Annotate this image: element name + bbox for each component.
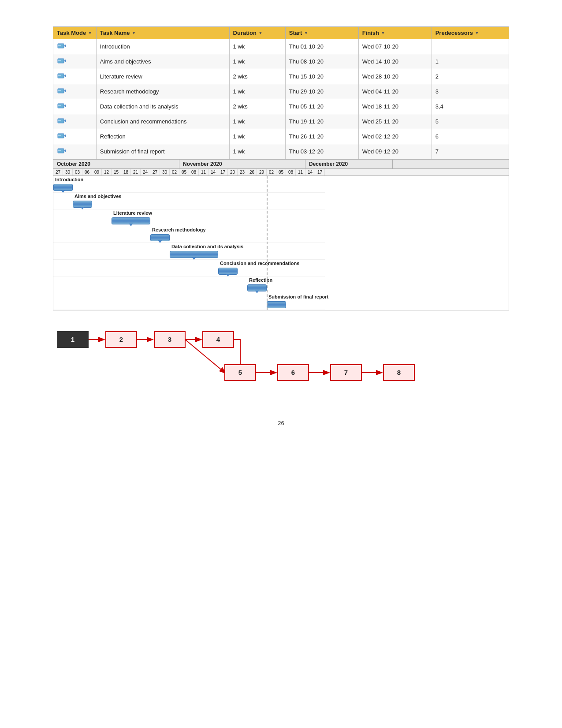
task-pred-cell: 6 — [432, 129, 509, 144]
task-mode-cell — [53, 144, 97, 159]
col-header-start[interactable]: Start ▼ — [285, 27, 358, 39]
task-name-cell: Aims and objectives — [96, 54, 229, 69]
task-pred-cell: 3 — [432, 84, 509, 99]
svg-rect-23 — [58, 150, 61, 151]
table-row: Data collection and its analysis2 wksThu… — [53, 99, 509, 114]
svg-marker-10 — [64, 90, 66, 92]
task-name-cell: Research methodology — [96, 84, 229, 99]
network-node-label: 4 — [216, 336, 220, 343]
task-mode-cell — [53, 84, 97, 99]
gantt-chart: October 2020November 2020December 202027… — [53, 159, 509, 310]
gantt-date-cell: 21 — [131, 169, 141, 175]
gantt-month-label: October 2020 — [53, 160, 179, 168]
svg-marker-1 — [64, 45, 66, 47]
task-start-cell: Thu 15-10-20 — [285, 69, 358, 84]
task-name-cell: Introduction — [96, 39, 229, 54]
gantt-bar-row: Aims and objectives — [53, 193, 325, 209]
col-header-task-name[interactable]: Task Name ▼ — [96, 27, 229, 39]
task-pred-cell — [432, 39, 509, 54]
gantt-bar-label: Submission of final report — [268, 294, 328, 299]
task-mode-cell — [53, 54, 97, 69]
task-start-cell: Thu 08-10-20 — [285, 54, 358, 69]
gantt-date-cell: 27 — [150, 169, 160, 175]
task-duration-cell: 1 wk — [229, 129, 285, 144]
gantt-bar-label: Literature review — [113, 210, 152, 216]
col-header-duration[interactable]: Duration ▼ — [229, 27, 285, 39]
task-mode-icon — [57, 72, 67, 80]
task-pred-cell: 5 — [432, 114, 509, 129]
svg-rect-5 — [58, 60, 61, 61]
gantt-bar-row: Data collection and its analysis — [53, 243, 325, 260]
task-pred-cell: 2 — [432, 69, 509, 84]
task-finish-cell: Wed 25-11-20 — [358, 114, 432, 129]
gantt-bar-row: Conclusion and recommendations — [53, 260, 325, 276]
gantt-date-cell: 11 — [199, 169, 208, 175]
task-mode-cell — [53, 39, 97, 54]
table-row: Introduction1 wkThu 01-10-20Wed 07-10-20 — [53, 39, 509, 54]
task-duration-cell: 1 wk — [229, 39, 285, 54]
gantt-date-cell: 30 — [63, 169, 73, 175]
task-finish-cell: Wed 04-11-20 — [358, 84, 432, 99]
svg-marker-19 — [64, 134, 66, 137]
gantt-date-cell: 24 — [141, 169, 150, 175]
gantt-date-cell: 05 — [179, 169, 189, 175]
task-start-cell: Thu 29-10-20 — [285, 84, 358, 99]
sort-arrow-start: ▼ — [304, 30, 308, 35]
svg-rect-17 — [58, 120, 61, 121]
gantt-date-cell: 06 — [82, 169, 92, 175]
network-node-label: 6 — [291, 369, 295, 376]
task-start-cell: Thu 01-10-20 — [285, 39, 358, 54]
network-node-label: 2 — [119, 336, 123, 343]
svg-marker-13 — [64, 105, 66, 107]
task-mode-icon — [57, 57, 67, 65]
task-finish-cell: Wed 18-11-20 — [358, 99, 432, 114]
table-row: Research methodology1 wkThu 29-10-20Wed … — [53, 84, 509, 99]
svg-rect-14 — [58, 105, 61, 106]
task-finish-cell: Wed 02-12-20 — [358, 129, 432, 144]
gantt-bar-label: Research methodology — [152, 227, 206, 232]
task-name-cell: Submission of final report — [96, 144, 229, 159]
gantt-bar — [267, 301, 286, 308]
task-duration-cell: 1 wk — [229, 114, 285, 129]
task-mode-cell — [53, 99, 97, 114]
network-node-label: 7 — [344, 369, 348, 376]
gantt-date-cell: 17 — [218, 169, 228, 175]
table-row: Aims and objectives1 wkThu 08-10-20Wed 1… — [53, 54, 509, 69]
col-header-predecessors[interactable]: Predecessors ▼ — [432, 27, 509, 39]
gantt-bar-label: Data collection and its analysis — [171, 244, 243, 249]
task-start-cell: Thu 26-11-20 — [285, 129, 358, 144]
task-name-cell: Literature review — [96, 69, 229, 84]
svg-marker-7 — [64, 75, 66, 77]
gantt-bar-row: Submission of final report — [53, 293, 325, 310]
gantt-month-label: December 2020 — [305, 160, 393, 168]
gantt-bar-label: Introduction — [55, 177, 83, 182]
gantt-date-cell: 29 — [257, 169, 267, 175]
sort-arrow-finish: ▼ — [381, 30, 385, 35]
sort-arrow-pred: ▼ — [475, 30, 479, 35]
gantt-bar-label: Conclusion and recommendations — [220, 261, 299, 266]
task-mode-cell — [53, 114, 97, 129]
task-duration-cell: 1 wk — [229, 144, 285, 159]
col-header-task-mode[interactable]: Task Mode ▼ — [53, 27, 97, 39]
gantt-dashed-line — [267, 176, 268, 310]
gantt-date-cell: 02 — [267, 169, 276, 175]
col-header-finish[interactable]: Finish ▼ — [358, 27, 432, 39]
gantt-date-cell: 08 — [286, 169, 296, 175]
task-pred-cell: 1 — [432, 54, 509, 69]
gantt-bar-row: Research methodology — [53, 226, 325, 243]
task-mode-icon — [57, 42, 67, 50]
task-mode-icon — [57, 147, 67, 155]
task-start-cell: Thu 05-11-20 — [285, 99, 358, 114]
task-start-cell: Thu 19-11-20 — [285, 114, 358, 129]
gantt-date-cell: 11 — [296, 169, 305, 175]
task-start-cell: Thu 03-12-20 — [285, 144, 358, 159]
task-mode-cell — [53, 69, 97, 84]
gantt-date-cell: 30 — [160, 169, 170, 175]
gantt-date-cell: 03 — [73, 169, 82, 175]
gantt-date-cell: 27 — [53, 169, 63, 175]
gantt-date-cell: 18 — [121, 169, 131, 175]
sort-arrow-task-name: ▼ — [132, 30, 136, 35]
gantt-date-cell: 15 — [112, 169, 121, 175]
gantt-bar-label: Reflection — [249, 277, 272, 283]
task-duration-cell: 1 wk — [229, 54, 285, 69]
